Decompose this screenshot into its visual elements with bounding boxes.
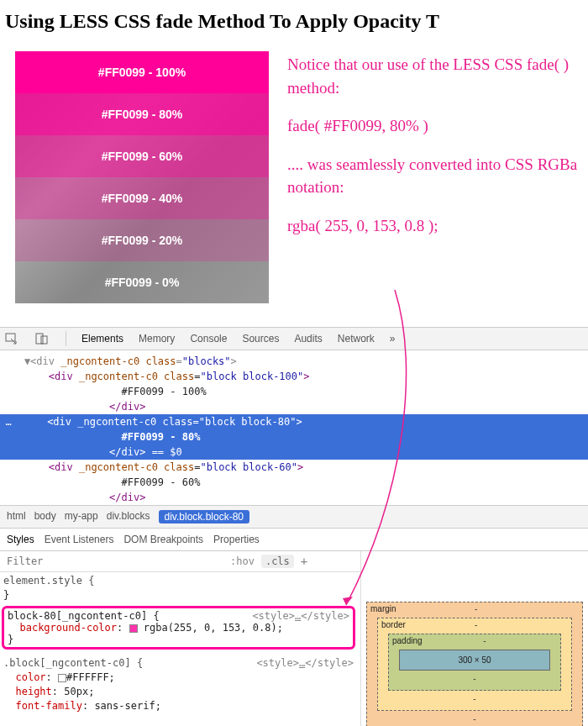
swatch-60: #FF0099 - 60% <box>15 135 269 177</box>
page-title: Using LESS CSS fade Method To Apply Opac… <box>5 10 588 33</box>
box-border[interactable]: border- padding- 300 × 50 - - <box>377 618 572 711</box>
dom-node-selected[interactable]: … <div _ngcontent-c0 class="block block-… <box>0 414 588 460</box>
dom-tree[interactable]: ▼<div _ngcontent-c0 class="blocks"> <div… <box>0 350 588 505</box>
box-model-pane: margin- border- padding- 300 × 50 - - - <box>361 551 588 726</box>
devtools-tabs: Elements Memory Console Sources Audits N… <box>0 327 588 350</box>
tab-console[interactable]: Console <box>190 333 227 345</box>
breadcrumb: html body my-app div.blocks div.block.bl… <box>0 505 588 529</box>
swatch-40: #FF0099 - 40% <box>15 177 269 219</box>
dom-close[interactable]: </div> <box>0 490 588 505</box>
swatch-80: #FF0099 - 80% <box>15 93 269 135</box>
swatch-100: #FF0099 - 100% <box>15 51 269 93</box>
tab-audits[interactable]: Audits <box>294 333 322 345</box>
box-padding[interactable]: padding- 300 × 50 - <box>388 634 561 691</box>
styles-filter-input[interactable] <box>5 555 223 568</box>
crumb-html[interactable]: html <box>7 510 26 523</box>
css-rule-highlighted[interactable]: <style>…</style> block-80[_ngcontent-c0]… <box>2 606 355 650</box>
tab-dom-breakpoints[interactable]: DOM Breakpoints <box>123 534 203 545</box>
note-line: .... was seamlessly converted into CSS R… <box>287 153 588 199</box>
source-link[interactable]: <style>…</style> <box>256 656 354 671</box>
source-link[interactable]: <style>…</style> <box>252 610 349 622</box>
box-margin[interactable]: margin- border- padding- 300 × 50 - - - <box>366 602 583 726</box>
crumb-selected[interactable]: div.block.block-80 <box>159 510 250 523</box>
tab-event-listeners[interactable]: Event Listeners <box>45 534 114 545</box>
tab-properties[interactable]: Properties <box>213 534 260 545</box>
dom-node[interactable]: <div _ngcontent-c0 class="block block-10… <box>0 369 588 384</box>
color-swatch-icon[interactable] <box>129 624 138 633</box>
swatch-20: #FF0099 - 20% <box>15 219 269 261</box>
dom-node[interactable]: <div _ngcontent-c0 class="block block-60… <box>0 460 588 475</box>
note-line: rgba( 255, 0, 153, 0.8 ); <box>287 214 588 238</box>
color-swatch-icon[interactable] <box>58 674 66 682</box>
dom-node[interactable]: ▼<div _ngcontent-c0 class="blocks"> <box>0 354 588 369</box>
cls-toggle[interactable]: .cls <box>261 555 294 568</box>
svg-rect-3 <box>41 336 47 344</box>
inspect-icon[interactable] <box>5 333 20 345</box>
swatch-0: #FF0099 - 0% <box>15 261 269 303</box>
devtools-panel: Elements Memory Console Sources Audits N… <box>0 327 588 726</box>
tab-sources[interactable]: Sources <box>242 333 279 345</box>
device-icon[interactable] <box>35 333 50 345</box>
crumb-blocks[interactable]: div.blocks <box>107 510 150 523</box>
add-rule-icon[interactable]: + <box>301 555 307 568</box>
tabs-overflow-icon[interactable]: » <box>390 333 396 345</box>
styles-tabs: Styles Event Listeners DOM Breakpoints P… <box>0 529 588 551</box>
note-line: Notice that our use of the LESS CSS fade… <box>287 53 588 99</box>
annotation: Notice that our use of the LESS CSS fade… <box>287 51 588 303</box>
dom-text[interactable]: #FF0099 - 60% <box>0 475 588 490</box>
divider <box>66 331 66 346</box>
swatches: #FF0099 - 100% #FF0099 - 80% #FF0099 - 6… <box>15 51 269 303</box>
svg-rect-1 <box>6 334 15 341</box>
dom-text[interactable]: #FF0099 - 100% <box>0 384 588 399</box>
hov-toggle[interactable]: :hov <box>230 555 255 567</box>
css-rule[interactable]: <style>…</style> .block[_ngcontent-c0] {… <box>0 655 360 715</box>
tab-elements[interactable]: Elements <box>81 333 123 345</box>
css-rule[interactable]: element.style { } <box>0 572 360 604</box>
styles-pane: :hov .cls + element.style { } <style>…</… <box>0 551 361 726</box>
crumb-body[interactable]: body <box>34 510 56 523</box>
box-content[interactable]: 300 × 50 <box>399 650 550 671</box>
dom-close[interactable]: </div> <box>0 399 588 414</box>
svg-rect-2 <box>36 334 43 344</box>
tab-styles[interactable]: Styles <box>7 534 34 545</box>
note-line: fade( #FF0099, 80% ) <box>287 114 588 138</box>
crumb-myapp[interactable]: my-app <box>65 510 98 523</box>
tab-network[interactable]: Network <box>338 333 375 345</box>
tab-memory[interactable]: Memory <box>139 333 175 345</box>
